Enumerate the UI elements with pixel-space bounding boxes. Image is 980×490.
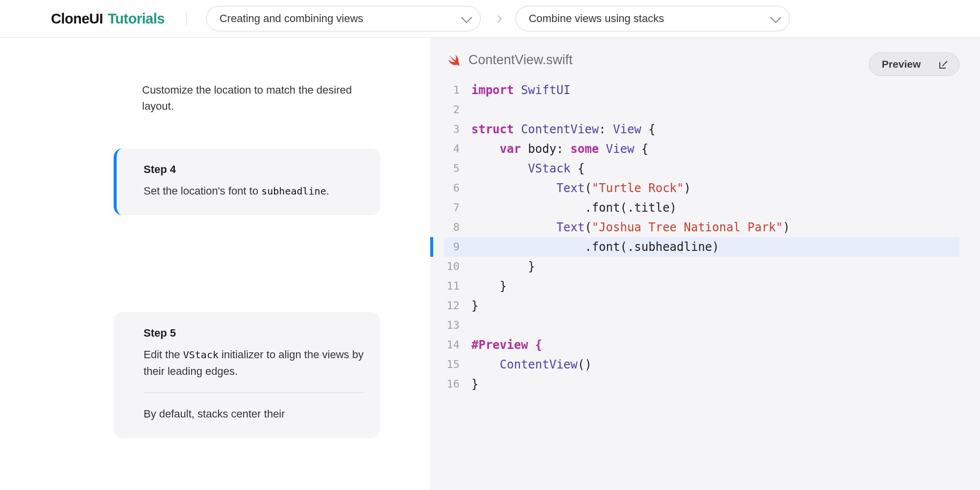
step-body: Set the location's font to subheadline. <box>144 183 364 199</box>
line-number: 8 <box>444 218 471 237</box>
line-number: 14 <box>444 335 471 355</box>
code-content: VStack { <box>471 159 585 178</box>
code-line: 6 Text("Turtle Rock") <box>444 178 959 198</box>
code-line: 12} <box>444 296 959 316</box>
step-body-text: Set the location's font to <box>144 185 261 197</box>
step-card-4[interactable]: Step 4 Set the location's font to subhea… <box>114 148 380 215</box>
code-line: 7 .font(.title) <box>444 198 959 218</box>
code-line: 10 } <box>444 257 959 276</box>
line-number: 6 <box>444 178 471 198</box>
inline-code: VStack <box>183 349 219 361</box>
line-number: 10 <box>444 257 471 276</box>
expand-icon <box>939 60 948 69</box>
swift-icon <box>446 53 461 68</box>
code-line: 5 VStack { <box>444 159 959 178</box>
dropdown-chapter-label: Creating and combining views <box>220 12 364 25</box>
divider <box>144 392 364 393</box>
chevron-down-icon <box>770 12 782 24</box>
code-line: 8 Text("Joshua Tree National Park") <box>444 218 959 237</box>
code-panel: ContentView.swift Preview 1import SwiftU… <box>430 38 980 490</box>
code-block: 1import SwiftUI23struct ContentView: Vie… <box>444 80 959 394</box>
code-content: #Preview { <box>471 335 542 355</box>
line-number: 4 <box>444 139 471 159</box>
logo[interactable]: CloneUI Tutorials <box>51 11 165 27</box>
line-number: 16 <box>444 374 471 394</box>
dropdown-chapter[interactable]: Creating and combining views <box>206 6 481 31</box>
code-content: Text("Turtle Rock") <box>471 178 691 198</box>
code-content: ContentView() <box>471 355 592 374</box>
highlight-mark <box>430 237 433 257</box>
header: CloneUI Tutorials Creating and combining… <box>0 0 980 38</box>
code-line: 3struct ContentView: View { <box>444 120 959 139</box>
code-line: 15 ContentView() <box>444 355 959 374</box>
code-content: } <box>471 374 478 394</box>
chevron-down-icon <box>461 12 472 24</box>
logo-sub: Tutorials <box>108 11 165 27</box>
code-content: } <box>471 257 535 276</box>
preview-label: Preview <box>882 58 921 70</box>
code-content: struct ContentView: View { <box>471 120 656 139</box>
code-content: .font(.subheadline) <box>471 237 719 257</box>
code-content: } <box>471 296 478 316</box>
dropdown-section-label: Combine views using stacks <box>529 12 664 25</box>
chevron-right-icon <box>494 15 502 23</box>
step-body-text: Edit the <box>144 348 183 361</box>
line-number: 12 <box>444 296 471 316</box>
code-content: var body: some View { <box>471 139 648 159</box>
line-number: 9 <box>444 237 471 257</box>
line-number: 13 <box>444 316 471 335</box>
code-line: 2 <box>444 100 959 120</box>
code-line: 1import SwiftUI <box>444 80 959 100</box>
step-title: Step 4 <box>144 163 364 176</box>
line-number: 5 <box>444 159 471 178</box>
code-line: 4 var body: some View { <box>444 139 959 159</box>
line-number: 7 <box>444 198 471 218</box>
file-name: ContentView.swift <box>468 52 573 68</box>
inline-code: subheadline <box>261 185 326 197</box>
line-number: 2 <box>444 100 471 120</box>
dropdown-section[interactable]: Combine views using stacks <box>515 6 790 31</box>
code-line: 11 } <box>444 276 959 296</box>
divider <box>186 12 187 25</box>
main: Customize the location to match the desi… <box>0 38 980 490</box>
step-body-suffix: . <box>326 185 329 197</box>
code-content: .font(.title) <box>471 198 677 218</box>
step-note: By default, stacks center their <box>144 406 364 422</box>
preview-button[interactable]: Preview <box>869 52 959 76</box>
code-line: 14#Preview { <box>444 335 959 355</box>
line-number: 11 <box>444 276 471 296</box>
code-line: 16} <box>444 374 959 394</box>
code-line: 13 <box>444 316 959 335</box>
line-number: 3 <box>444 120 471 139</box>
step-card-5[interactable]: Step 5 Edit the VStack initializer to al… <box>114 312 380 438</box>
logo-brand: CloneUI <box>51 11 103 27</box>
line-number: 15 <box>444 355 471 374</box>
code-content: import SwiftUI <box>471 80 570 100</box>
steps-panel: Customize the location to match the desi… <box>0 38 430 490</box>
code-content: Text("Joshua Tree National Park") <box>471 218 790 237</box>
code-content: } <box>471 276 507 296</box>
step-body: Edit the VStack initializer to align the… <box>144 346 364 380</box>
step-title: Step 5 <box>144 327 364 340</box>
code-line: 9 .font(.subheadline) <box>444 237 959 257</box>
line-number: 1 <box>444 80 471 100</box>
intro-text: Customize the location to match the desi… <box>142 82 368 114</box>
